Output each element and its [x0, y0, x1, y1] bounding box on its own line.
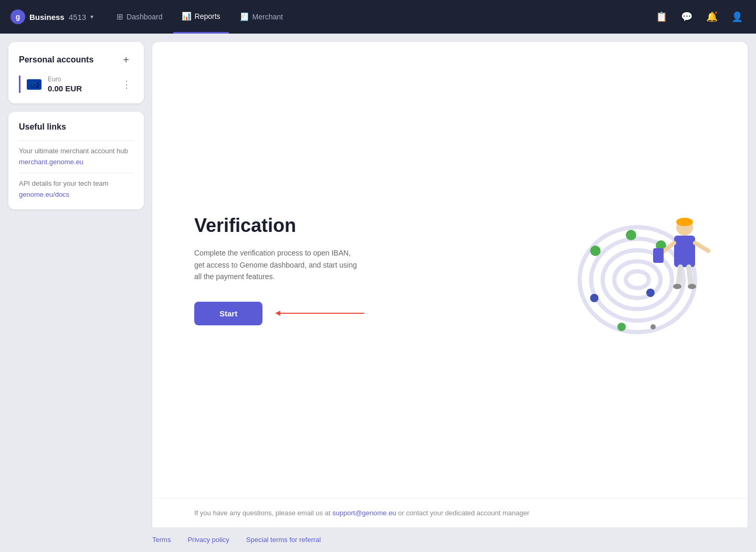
svg-marker-1 — [275, 311, 280, 316]
start-button[interactable]: Start — [194, 302, 262, 325]
user-icon-button[interactable]: 👤 — [729, 8, 746, 25]
notifications-icon-button[interactable]: 🔔 — [704, 8, 720, 25]
nav-reports-label: Reports — [195, 12, 220, 20]
verification-illustration — [569, 196, 716, 345]
svg-point-15 — [676, 218, 693, 226]
chevron-down-icon[interactable]: ▾ — [90, 13, 93, 20]
special-terms-link[interactable]: Special terms for referral — [246, 536, 321, 544]
arrow-icon — [275, 308, 370, 319]
svg-point-7 — [590, 246, 601, 256]
link-block-docs: API details for your tech team genome.eu… — [19, 179, 133, 199]
account-menu-button[interactable]: ⋮ — [120, 77, 133, 92]
privacy-policy-link[interactable]: Privacy policy — [187, 536, 229, 544]
docs-link-url[interactable]: genome.eu/docs — [19, 190, 69, 198]
account-info: Euro 0.00 EUR — [48, 76, 113, 93]
footer-text: If you have any questions, please email … — [194, 509, 332, 517]
svg-point-23 — [688, 284, 696, 289]
svg-rect-16 — [674, 236, 695, 267]
account-currency-label: Euro — [48, 76, 113, 83]
merchant-link-desc: Your ultimate merchant account hub — [19, 147, 133, 155]
personal-accounts-header: Personal accounts + — [19, 52, 133, 67]
svg-line-19 — [695, 243, 708, 251]
svg-line-21 — [689, 267, 691, 285]
personal-accounts-title: Personal accounts — [19, 55, 93, 65]
main-content: Verification Complete the verification p… — [152, 42, 748, 527]
sidebar: Personal accounts + 🇪🇺 Euro 0.00 EUR ⋮ U… — [0, 34, 152, 552]
terms-link[interactable]: Terms — [152, 536, 171, 544]
link-block-merchant: Your ultimate merchant account hub merch… — [19, 147, 133, 166]
dashboard-icon: ⊞ — [117, 12, 123, 22]
chat-icon-button[interactable]: 💬 — [678, 8, 695, 25]
divider-2 — [19, 173, 133, 173]
verification-content: Verification Complete the verification p… — [194, 215, 370, 325]
nav-merchant-label: Merchant — [253, 13, 283, 21]
nav-dashboard-label: Dashboard — [127, 13, 163, 21]
divider — [19, 140, 133, 141]
svg-point-22 — [673, 284, 681, 289]
merchant-icon: 🧾 — [239, 12, 249, 22]
notification-dot — [714, 10, 718, 15]
clipboard-icon-button[interactable]: 📋 — [653, 8, 670, 25]
verification-description: Complete the verification process to ope… — [194, 247, 362, 282]
arrow-indicator — [275, 308, 370, 319]
main-wrapper: Verification Complete the verification p… — [152, 34, 756, 552]
support-email-link[interactable]: support@genome.eu — [332, 509, 396, 517]
svg-point-6 — [626, 271, 649, 288]
svg-point-11 — [646, 289, 655, 297]
brand-logo: g — [10, 9, 25, 24]
svg-point-12 — [617, 323, 626, 331]
nav-item-reports[interactable]: 📊 Reports — [173, 0, 229, 34]
main-footer: If you have any questions, please email … — [152, 498, 748, 527]
business-id: 4513 — [69, 13, 86, 22]
bottom-footer: Terms Privacy policy Special terms for r… — [152, 527, 748, 552]
useful-links-title: Useful links — [19, 122, 133, 132]
topnav-actions: 📋 💬 🔔 👤 — [653, 8, 746, 25]
nav-bar: ⊞ Dashboard 📊 Reports 🧾 Merchant — [108, 0, 649, 34]
reports-icon: 📊 — [182, 12, 192, 21]
footer-suffix: or contact your dedicated account manage… — [396, 509, 530, 517]
nav-item-merchant[interactable]: 🧾 Merchant — [231, 0, 291, 34]
business-label: Business — [29, 13, 65, 22]
account-item: 🇪🇺 Euro 0.00 EUR ⋮ — [19, 76, 133, 93]
nav-item-dashboard[interactable]: ⊞ Dashboard — [108, 0, 171, 34]
account-balance: 0.00 EUR — [48, 84, 113, 93]
svg-rect-18 — [653, 248, 664, 263]
topnav: g Business 4513 ▾ ⊞ Dashboard 📊 Reports … — [0, 0, 756, 34]
svg-point-13 — [650, 324, 656, 330]
merchant-link-url[interactable]: merchant.genome.eu — [19, 158, 83, 166]
svg-line-20 — [678, 267, 680, 285]
personal-accounts-card: Personal accounts + 🇪🇺 Euro 0.00 EUR ⋮ — [8, 42, 144, 103]
svg-point-8 — [626, 230, 636, 240]
useful-links-card: Useful links Your ultimate merchant acco… — [8, 112, 144, 209]
eu-flag-icon: 🇪🇺 — [27, 79, 41, 90]
add-account-button[interactable]: + — [119, 52, 133, 67]
layout: Personal accounts + 🇪🇺 Euro 0.00 EUR ⋮ U… — [0, 34, 756, 552]
verification-area: Verification Complete the verification p… — [152, 42, 748, 498]
verification-title: Verification — [194, 215, 370, 237]
docs-link-desc: API details for your tech team — [19, 179, 133, 187]
verification-actions: Start — [194, 302, 370, 325]
svg-point-10 — [590, 294, 598, 302]
